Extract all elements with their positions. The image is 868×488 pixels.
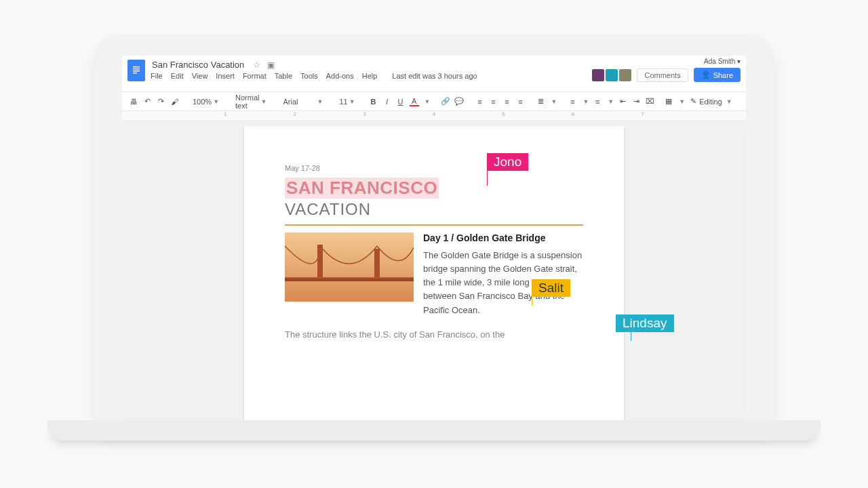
chevron-down-icon[interactable]: ▼ (425, 98, 431, 105)
account-menu[interactable]: Ada Smith ▾ (704, 58, 741, 65)
paragraph-style-select[interactable]: Normal text▼ (233, 94, 269, 110)
undo-icon[interactable]: ↶ (142, 97, 152, 106)
day-heading: Day 1 / Golden Gate Bridge (423, 232, 583, 243)
ruler[interactable]: 1 2 3 4 5 6 7 (122, 111, 746, 121)
link-icon[interactable]: 🔗 (441, 97, 450, 106)
zoom-select[interactable]: 100%▼ (190, 98, 222, 106)
align-right-icon[interactable]: ≡ (502, 97, 511, 106)
avatar[interactable] (619, 69, 631, 81)
bulleted-list-icon[interactable]: ≡ (593, 97, 602, 106)
bold-icon[interactable]: B (369, 97, 378, 106)
editing-mode-select[interactable]: ✎ Editing ▼ (690, 97, 732, 106)
align-justify-icon[interactable]: ≡ (515, 97, 525, 106)
doc-date: May 17-28 (285, 164, 583, 172)
golden-gate-image[interactable] (285, 232, 414, 302)
vertical-scrollbar[interactable] (740, 127, 745, 415)
docs-logo-icon[interactable] (127, 60, 145, 81)
collab-label-jono: Jono (487, 153, 528, 171)
menu-view[interactable]: View (192, 72, 208, 80)
menu-bar: File Edit View Insert Format Table Tools… (151, 72, 477, 80)
page-canvas[interactable]: May 17-28 SAN FRANCISCO VACATION Day 1 /… (122, 121, 746, 422)
laptop-base (47, 420, 821, 441)
heading-line2: VACATION (285, 200, 583, 219)
collaborator-avatars[interactable] (592, 69, 631, 81)
menu-help[interactable]: Help (362, 72, 378, 80)
font-size-select[interactable]: 11▼ (336, 98, 357, 106)
comments-button[interactable]: Comments (637, 68, 688, 82)
share-button[interactable]: 👤 Share (694, 68, 741, 82)
image-icon[interactable]: ▦ (665, 97, 672, 106)
redo-icon[interactable]: ↷ (156, 97, 165, 106)
text-color-icon[interactable]: A (410, 97, 419, 106)
star-icon[interactable]: ☆ (253, 60, 260, 70)
underline-icon[interactable]: U (396, 97, 406, 106)
folder-icon[interactable]: ▣ (267, 60, 275, 70)
document-page[interactable]: May 17-28 SAN FRANCISCO VACATION Day 1 /… (244, 126, 624, 422)
svg-rect-1 (133, 66, 140, 68)
svg-rect-2 (133, 68, 140, 70)
menu-edit[interactable]: Edit (171, 72, 184, 80)
clear-formatting-icon[interactable]: ⌧ (645, 97, 654, 106)
doc-header: San Francisco Vacation ☆ ▣ File Edit Vie… (122, 56, 746, 92)
comment-icon[interactable]: 💬 (454, 97, 464, 106)
paint-format-icon[interactable]: 🖌 (170, 97, 179, 106)
toolbar: 🖶 ↶ ↷ 🖌 100%▼ Normal text▼ Arial▼ 11▼ B … (122, 92, 746, 111)
align-center-icon[interactable]: ≡ (488, 97, 498, 106)
menu-addons[interactable]: Add-ons (326, 72, 354, 80)
menu-file[interactable]: File (151, 72, 163, 80)
pencil-icon: ✎ (690, 97, 696, 106)
body-paragraph-2: The structure links the U.S. city of San… (285, 328, 583, 342)
menu-table[interactable]: Table (275, 72, 292, 80)
numbered-list-icon[interactable]: ≡ (568, 97, 577, 106)
divider (285, 224, 583, 226)
italic-icon[interactable]: I (382, 97, 392, 106)
person-icon: 👤 (701, 70, 711, 79)
svg-rect-4 (133, 73, 137, 74)
avatar[interactable] (606, 69, 618, 81)
svg-rect-3 (133, 70, 140, 72)
font-select[interactable]: Arial▼ (280, 98, 326, 106)
align-left-icon[interactable]: ≡ (475, 97, 484, 106)
laptop-frame: San Francisco Vacation ☆ ▣ File Edit Vie… (95, 34, 773, 427)
screen: San Francisco Vacation ☆ ▣ File Edit Vie… (122, 56, 746, 422)
menu-tools[interactable]: Tools (300, 72, 318, 80)
line-spacing-icon[interactable]: ≣ (536, 97, 545, 106)
avatar[interactable] (592, 69, 604, 81)
menu-insert[interactable]: Insert (216, 72, 235, 80)
print-icon[interactable]: 🖶 (129, 97, 138, 106)
menu-format[interactable]: Format (243, 72, 267, 80)
decrease-indent-icon[interactable]: ⇤ (618, 97, 627, 106)
collab-label-salit: Salit (532, 279, 570, 297)
increase-indent-icon[interactable]: ⇥ (631, 97, 641, 106)
last-edit-label: Last edit was 3 hours ago (392, 72, 477, 80)
doc-title[interactable]: San Francisco Vacation (151, 59, 245, 70)
heading-line1: SAN FRANCISCO (285, 178, 439, 199)
collab-label-lindsay: Lindsay (616, 314, 674, 332)
